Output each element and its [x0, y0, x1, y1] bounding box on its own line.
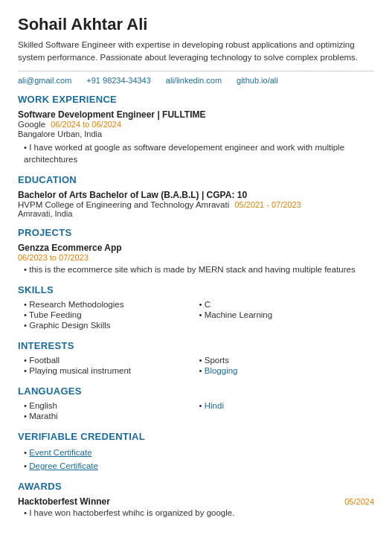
skills-grid: • Research Methodologies • Tube Feeding … [18, 300, 374, 331]
skills-col2: • C • Machine Learning [199, 300, 375, 331]
edu-degree: Bachelor of Arts Bachelor of Law (B.A.B.… [18, 190, 374, 200]
lang-0: • English [24, 401, 199, 410]
credentials-section-title: VERIFIABLE CREDENTIAL [18, 431, 374, 442]
project-item: Genzza Ecommerce App 06/2023 to 07/2023 … [18, 243, 374, 275]
credential-0[interactable]: Event Certificate [24, 447, 374, 458]
interest-2: • Sports [199, 356, 375, 365]
award-header-row: Hacktoberfest Winner 05/2024 [18, 496, 374, 507]
lang-1: • Marathi [24, 412, 199, 420]
award-date: 05/2024 [344, 497, 374, 506]
skill-4: • Machine Learning [199, 310, 375, 319]
work-location: Bangalore Urban, India [18, 129, 374, 138]
lang-2: • Hindi [199, 401, 375, 410]
credentials-list: Event Certificate Degree Certificate [18, 447, 374, 472]
award-bullets: I have won hactoberfest whihc is organiz… [18, 507, 374, 519]
skill-1: • Tube Feeding [24, 310, 199, 319]
interests-col2: • Sports • Blogging [199, 356, 375, 377]
interest-1: • Playing musical instrument [24, 366, 199, 375]
interests-grid: • Football • Playing musical instrument … [18, 356, 374, 377]
skill-2: • Graphic Design Skills [24, 321, 199, 330]
award-bullet-0: I have won hactoberfest whihc is organiz… [24, 507, 374, 519]
credential-1[interactable]: Degree Certificate [24, 460, 374, 472]
interests-section-title: INTERESTS [18, 340, 374, 351]
education-item: Bachelor of Arts Bachelor of Law (B.A.B.… [18, 190, 374, 218]
skill-3: • C [199, 300, 375, 309]
work-experience-item: Software Development Engineer | FULLTIME… [18, 109, 374, 165]
languages-section-title: LANGUAGES [18, 385, 374, 397]
work-date-range: 06/2024 to 06/2024 [51, 120, 121, 129]
summary-text: Skilled Software Engineer with expertise… [18, 39, 374, 65]
contact-linkedin: ali/linkedin.com [166, 76, 222, 85]
project-bullets: this is the ecommerce site which is made… [18, 263, 374, 275]
skill-0: • Research Methodologies [24, 300, 199, 309]
interest-3: • Blogging [199, 366, 375, 375]
project-name: Genzza Ecommerce App [18, 243, 374, 253]
company-name: Google 06/2024 to 06/2024 [18, 120, 374, 129]
edu-date-range: 05/2021 - 07/2023 [234, 200, 301, 209]
edu-location: Amravati, India [18, 209, 374, 218]
edu-institute: HVPM College of Engineering and Technolo… [18, 200, 374, 209]
languages-grid: • English • Marathi • Hindi [18, 401, 374, 422]
interest-0: • Football [24, 356, 199, 365]
award-name: Hacktoberfest Winner [18, 496, 110, 507]
page-title: Sohail Akhtar Ali [18, 15, 374, 34]
job-title: Software Development Engineer | FULLTIME [18, 109, 374, 120]
contact-phone: +91 98234-34343 [86, 76, 151, 85]
project-date-range: 06/2023 to 07/2023 [18, 253, 374, 262]
skills-col1: • Research Methodologies • Tube Feeding … [24, 300, 199, 331]
awards-section-title: AWARDS [18, 481, 374, 492]
contact-email: ali@gmail.com [18, 76, 71, 85]
skills-section-title: SKILLS [18, 284, 374, 295]
work-bullet-0: I have worked at google as software deve… [24, 141, 374, 165]
education-section-title: EDUCATION [18, 174, 374, 185]
languages-col1: • English • Marathi [24, 401, 199, 422]
divider [18, 71, 374, 71]
contact-github: github.io/ali [237, 76, 278, 85]
contact-row: ali@gmail.com +91 98234-34343 ali/linked… [18, 76, 374, 85]
project-bullet-0: this is the ecommerce site which is made… [24, 263, 374, 275]
work-experience-section-title: WORK EXPERIENCE [18, 94, 374, 105]
award-item: Hacktoberfest Winner 05/2024 I have won … [18, 496, 374, 519]
projects-section-title: PROJECTS [18, 227, 374, 238]
work-bullets: I have worked at google as software deve… [18, 141, 374, 165]
interests-col1: • Football • Playing musical instrument [24, 356, 199, 377]
languages-col2: • Hindi [199, 401, 375, 422]
